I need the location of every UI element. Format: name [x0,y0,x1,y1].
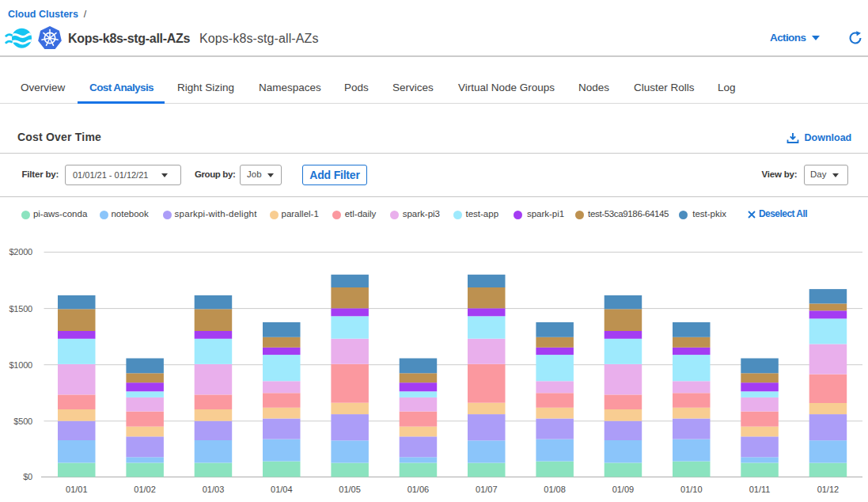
svg-text:01/03: 01/03 [203,485,225,494]
svg-text:01/09: 01/09 [612,485,635,494]
svg-text:$500: $500 [13,416,32,426]
svg-text:01/08: 01/08 [544,485,566,494]
svg-text:01/07: 01/07 [476,485,498,494]
svg-text:01/12: 01/12 [817,485,840,494]
svg-text:01/01: 01/01 [66,485,88,494]
svg-text:01/11: 01/11 [749,485,771,494]
svg-text:01/05: 01/05 [339,485,361,494]
svg-text:01/04: 01/04 [271,485,293,494]
svg-text:01/02: 01/02 [134,485,156,494]
svg-text:$1000: $1000 [9,360,32,370]
svg-text:01/10: 01/10 [680,485,703,494]
svg-text:$1500: $1500 [9,304,32,314]
svg-text:$2000: $2000 [9,247,32,257]
svg-text:$0: $0 [23,472,32,481]
svg-text:01/06: 01/06 [407,485,430,494]
